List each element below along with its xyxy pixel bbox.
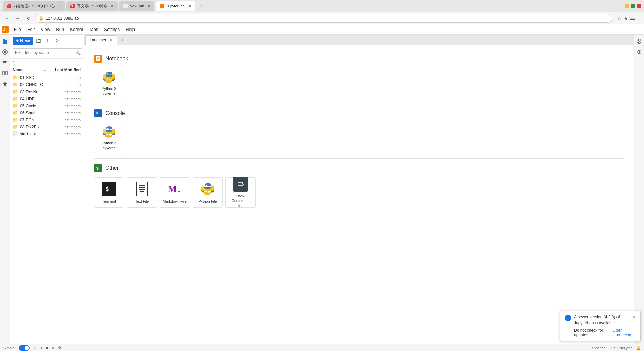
file-list-item-4[interactable]: 📁05-Cycle...last month [10, 102, 84, 109]
markdown-icon: M↓ [167, 181, 183, 197]
sidebar-tabs-icon[interactable] [1, 69, 9, 77]
settings-icon[interactable]: ⚙ [58, 346, 61, 350]
tab-close-3[interactable]: ✕ [147, 4, 150, 8]
new-tab-button[interactable]: + [197, 1, 206, 11]
terminal-count-icon: ■ [46, 346, 48, 350]
pythonfile-card[interactable]: Python File [193, 177, 223, 208]
browser-tab-2[interactable]: 写 写文章-CSDN博客 ✕ [66, 1, 118, 11]
sidebar-filebrowser-icon[interactable] [1, 37, 9, 45]
menu-run[interactable]: Run [53, 26, 67, 33]
notification-close-button[interactable]: ✕ [632, 314, 636, 320]
launcher-tab[interactable]: Launcher ✕ [85, 35, 117, 45]
simple-mode-toggle[interactable] [19, 345, 30, 351]
console-section-header: Console [94, 109, 624, 117]
sort-icon[interactable]: ▲ [43, 68, 47, 72]
open-changelog-link[interactable]: Open changelog [612, 328, 636, 337]
menu-icon[interactable]: ⋮ [637, 16, 641, 21]
file-name-5: 06-Shuffl... [20, 111, 47, 115]
file-name-7: 08-Pix2Pix [20, 125, 47, 129]
svg-text:$: $ [96, 166, 99, 171]
content-area: Launcher ✕ + Notebook [84, 35, 634, 344]
debugger-icon[interactable] [635, 48, 643, 56]
file-list-item-8[interactable]: 📄start_not...last month [10, 130, 84, 137]
maximize-button[interactable] [631, 4, 635, 8]
python3-console-icon [101, 125, 117, 139]
new-file-button[interactable]: + New [13, 37, 33, 45]
menu-edit[interactable]: Edit [24, 26, 37, 33]
browser-tab-4[interactable]: JupyterLab ✕ [156, 1, 195, 11]
markdown-card[interactable]: M↓ Markdown File [160, 177, 190, 208]
menu-file[interactable]: File [11, 26, 24, 33]
browser-tab-3[interactable]: New Tab ✕ [119, 1, 155, 11]
folder-icon: 📁 [13, 82, 18, 87]
menu-settings[interactable]: Settings [101, 26, 122, 33]
no-check-updates-action[interactable]: Do not check for updates [574, 328, 610, 337]
svg-rect-4 [3, 61, 7, 62]
upload-button[interactable]: ⇧ [44, 37, 52, 45]
other-section-header: $ Other [94, 164, 624, 172]
file-browser-toolbar: + New ⇧ ↻ [10, 35, 84, 47]
open-file-button[interactable] [35, 37, 43, 45]
contextualhelp-card[interactable]: Show Contextual Help [225, 177, 256, 208]
tab-close-4[interactable]: ✕ [188, 4, 191, 8]
menu-tabs[interactable]: Tabs [86, 26, 101, 33]
terminal-icon: $_ [101, 181, 117, 197]
menu-kernel[interactable]: Kernel [67, 26, 86, 33]
bookmark-icon[interactable]: ☆ [617, 16, 622, 21]
textfile-card[interactable]: Text File [127, 177, 157, 208]
notification-header: i A newer version (4.2.3) of JupyterLab … [565, 314, 636, 326]
svg-rect-6 [3, 64, 7, 64]
terminal-card[interactable]: $_ Terminal [94, 177, 124, 208]
tab-close-2[interactable]: ✕ [111, 4, 114, 8]
file-date-3: last month [47, 97, 81, 101]
sidebar-running-icon[interactable] [1, 48, 9, 56]
back-button[interactable]: ← [3, 14, 11, 23]
bookmark-list-icon[interactable]: ★ [624, 16, 628, 21]
property-inspector-icon[interactable] [635, 37, 643, 45]
bell-icon[interactable]: 🔔 [636, 346, 641, 350]
sidebar-commands-icon[interactable] [1, 59, 9, 67]
refresh-button[interactable]: ↻ [53, 37, 61, 45]
file-list-item-1[interactable]: 📁02-CNNCTClast month [10, 81, 84, 88]
menu-help[interactable]: Help [123, 26, 138, 33]
python3-console-card[interactable]: Python 3 (ipykernel) [94, 123, 124, 153]
file-list-item-2[interactable]: 📁03-ResNe...last month [10, 88, 84, 95]
tab-close-1[interactable]: ✕ [58, 4, 61, 8]
file-name-8: start_not... [20, 132, 47, 136]
file-name-0: 01-SSD [20, 75, 47, 80]
file-list-item-5[interactable]: 📁06-Shuffl...last month [10, 109, 84, 116]
minimize-button[interactable] [625, 4, 629, 8]
kernel-count-icon: ○ [34, 346, 36, 350]
python3-notebook-card[interactable]: Python 3 (ipykernel) [94, 68, 124, 98]
tab-label-4: JupyterLab [166, 4, 184, 8]
folder-icon: 📁 [13, 96, 18, 101]
tab-label-3: New Tab [130, 4, 144, 8]
contextualhelp-label: Show Contextual Help [228, 194, 253, 208]
close-button[interactable] [637, 4, 641, 8]
folder-icon: 📁 [13, 103, 18, 108]
svg-rect-5 [3, 62, 6, 63]
file-list-item-6[interactable]: 📁07-FCNlast month [10, 116, 84, 123]
launcher-tab-close[interactable]: ✕ [110, 38, 113, 42]
col-modified-header: Last Modified [47, 68, 81, 72]
file-list-item-3[interactable]: 📁04-HDRlast month [10, 95, 84, 102]
search-input[interactable] [13, 48, 82, 57]
console-section-icon [94, 109, 102, 117]
file-date-4: last month [47, 104, 81, 108]
markdown-label: Markdown File [163, 199, 187, 204]
right-sidebar [634, 35, 644, 344]
python3-notebook-label: Python 3 (ipykernel) [97, 86, 121, 96]
forward-button[interactable]: → [13, 14, 22, 23]
extension-icon[interactable]: ▬ [630, 16, 635, 21]
reload-button[interactable]: ↻ [24, 14, 33, 23]
other-grid: $_ Terminal [94, 177, 624, 208]
file-list-item-0[interactable]: 📁01-SSDlast month [10, 74, 84, 81]
folder-icon: 📁 [13, 110, 18, 115]
add-tab-button[interactable]: + [118, 36, 127, 44]
sidebar-extensions-icon[interactable] [1, 80, 9, 88]
address-bar[interactable]: 🔒 127.0.0.1:8888/lab [35, 14, 612, 23]
menu-view[interactable]: View [38, 26, 53, 33]
svg-rect-7 [2, 72, 5, 75]
file-list-item-7[interactable]: 📁08-Pix2Pixlast month [10, 123, 84, 130]
browser-tab-1[interactable]: C 内容管理-CSDN创作中心 ✕ [3, 1, 65, 11]
